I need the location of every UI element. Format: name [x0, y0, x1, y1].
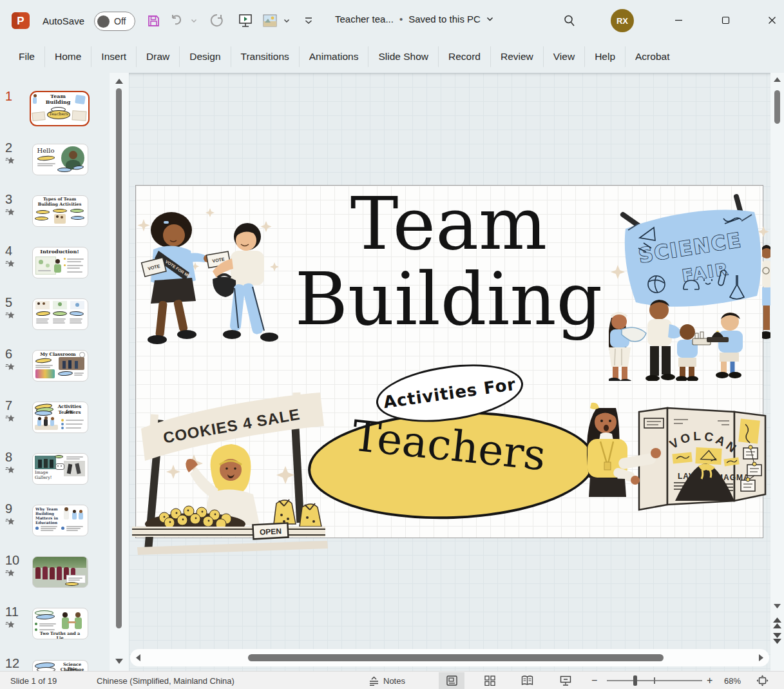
insert-picture-button[interactable]	[262, 12, 278, 29]
slide-1-thumbnail[interactable]: Team Building Teachers	[30, 91, 90, 126]
thumb-art	[64, 264, 66, 266]
tab-view[interactable]: View	[543, 46, 584, 67]
thumb-art	[37, 163, 55, 164]
notes-label: Notes	[383, 676, 405, 686]
slideshow-view-button[interactable]	[553, 672, 578, 689]
slide-11-thumbnail[interactable]: Two Truths and a Lie	[32, 608, 88, 639]
thumb-text: Teachers	[47, 112, 70, 117]
avatar[interactable]: RX	[611, 9, 634, 32]
cookie-stand-illustration[interactable]: COOKIES 4 SALE	[131, 374, 334, 568]
zoom-in-button[interactable]: +	[707, 672, 712, 689]
horizontal-scrollbar[interactable]	[130, 649, 769, 666]
zoom-slider-thumb[interactable]	[633, 675, 637, 686]
thumb-art	[37, 155, 55, 161]
fit-slide-to-window-button[interactable]	[756, 672, 769, 689]
undo-button[interactable]	[169, 12, 185, 29]
undo-dropdown-chevron-icon[interactable]	[191, 19, 197, 23]
thumb-art	[70, 301, 84, 309]
language-label: Chinese (Simplified, Mainland China)	[97, 676, 234, 686]
open-sign-label: OPEN	[260, 527, 282, 537]
reading-view-button[interactable]	[514, 672, 540, 689]
scroll-right-icon[interactable]	[758, 654, 764, 662]
maximize-button[interactable]	[712, 10, 738, 30]
scroll-down-icon[interactable]	[115, 658, 124, 665]
slide-4-thumbnail[interactable]: Introduction!	[32, 247, 88, 278]
search-icon[interactable]	[563, 14, 576, 27]
sidebar-scrollbar-thumb[interactable]	[116, 88, 122, 628]
tab-record[interactable]: Record	[438, 46, 490, 67]
thumb-art	[64, 461, 85, 476]
maximize-icon	[722, 16, 730, 24]
thumb-art	[53, 311, 67, 316]
slide-editor-canvas[interactable]: Team Building Activities For Teachers	[129, 73, 770, 671]
thumb-art	[65, 582, 79, 586]
close-button[interactable]	[759, 10, 784, 30]
scroll-up-icon[interactable]	[115, 78, 124, 84]
scroll-up-icon[interactable]	[773, 77, 781, 82]
slide-7-thumbnail[interactable]: Activities for Teachers	[32, 402, 88, 433]
powerpoint-logo-icon[interactable]: P	[11, 12, 30, 30]
tab-animations[interactable]: Animations	[299, 46, 368, 67]
close-icon	[768, 16, 776, 24]
animation-star-icon	[5, 208, 15, 217]
tab-file[interactable]: File	[9, 46, 44, 67]
slide-12-thumbnail[interactable]: Science Fair Challenge	[32, 660, 88, 672]
slide-10-thumbnail[interactable]	[32, 556, 88, 588]
autosave-state-label: Off	[114, 16, 126, 26]
slide-3-thumbnail[interactable]: Types of Team Building Activities	[32, 195, 88, 227]
sidebar-scrollbar[interactable]	[110, 73, 129, 671]
tab-acrobat[interactable]: Acrobat	[625, 46, 679, 67]
tab-transitions[interactable]: Transitions	[231, 46, 299, 67]
science-fair-illustration[interactable]: SCIENCE FAIR	[609, 188, 770, 381]
slide-indicator[interactable]: Slide 1 of 19	[10, 672, 57, 689]
tab-home[interactable]: Home	[44, 46, 91, 67]
document-title-group[interactable]: Teacher tea... • Saved to this PC	[335, 14, 493, 24]
save-button[interactable]	[146, 12, 161, 29]
tab-draw[interactable]: Draw	[136, 46, 179, 67]
thumb-art	[32, 112, 45, 121]
normal-view-button[interactable]	[439, 672, 464, 689]
status-bar: Slide 1 of 19 Chinese (Simplified, Mainl…	[0, 671, 784, 689]
thumb-art	[53, 209, 67, 213]
slide-5-thumbnail[interactable]	[32, 298, 88, 330]
slide-8-thumbnail[interactable]: Image Gallery!	[32, 453, 88, 485]
thumb-art	[36, 311, 50, 316]
tab-insert[interactable]: Insert	[91, 46, 136, 67]
tab-help[interactable]: Help	[584, 46, 625, 67]
horizontal-scrollbar-thumb[interactable]	[248, 654, 664, 661]
slide-indicator-label: Slide 1 of 19	[10, 676, 57, 686]
slide-6-thumbnail[interactable]: My Classroom	[32, 350, 88, 382]
thumb-art	[43, 567, 48, 579]
tab-design[interactable]: Design	[179, 46, 230, 67]
next-slide-button[interactable]	[772, 632, 782, 644]
activities-for-label: Activities For	[382, 374, 517, 412]
scroll-left-icon[interactable]	[135, 654, 141, 662]
vertical-scrollbar[interactable]	[770, 73, 784, 671]
slide-9-thumbnail[interactable]: Why Team Building Matters in Education	[32, 505, 88, 536]
slide-sorter-view-button[interactable]	[477, 672, 502, 689]
thumb-art	[35, 628, 37, 631]
zoom-out-button[interactable]: −	[591, 672, 597, 689]
vertical-scrollbar-thumb[interactable]	[774, 90, 780, 124]
vote-illustration[interactable]: VOTE FOR ME VOTE VOTE	[129, 190, 305, 367]
scroll-down-icon[interactable]	[773, 603, 781, 609]
customize-toolbar-icon[interactable]	[304, 17, 313, 24]
language-indicator[interactable]: Chinese (Simplified, Mainland China)	[97, 672, 234, 689]
animation-star-icon	[5, 157, 15, 166]
slide-2-thumbnail[interactable]: Hello	[32, 144, 88, 175]
autosave-toggle[interactable]: Off	[94, 12, 135, 31]
tab-slide-show[interactable]: Slide Show	[368, 46, 438, 67]
previous-slide-button[interactable]	[772, 617, 782, 629]
tab-review[interactable]: Review	[490, 46, 543, 67]
insert-picture-dropdown-chevron-icon[interactable]	[283, 19, 290, 23]
thumb-art	[36, 210, 50, 214]
minimize-button[interactable]	[665, 10, 691, 30]
redo-button[interactable]	[209, 12, 225, 29]
notes-button[interactable]: Notes	[368, 672, 405, 689]
zoom-level[interactable]: 68%	[724, 672, 741, 689]
start-slideshow-button[interactable]	[238, 12, 253, 29]
reading-view-icon	[521, 675, 533, 686]
volcano-presentation-illustration[interactable]: VOLCANO LAVA MAGMA	[580, 374, 770, 536]
clipped-figure-illustration[interactable]	[762, 245, 770, 342]
thumb-art	[57, 567, 62, 580]
